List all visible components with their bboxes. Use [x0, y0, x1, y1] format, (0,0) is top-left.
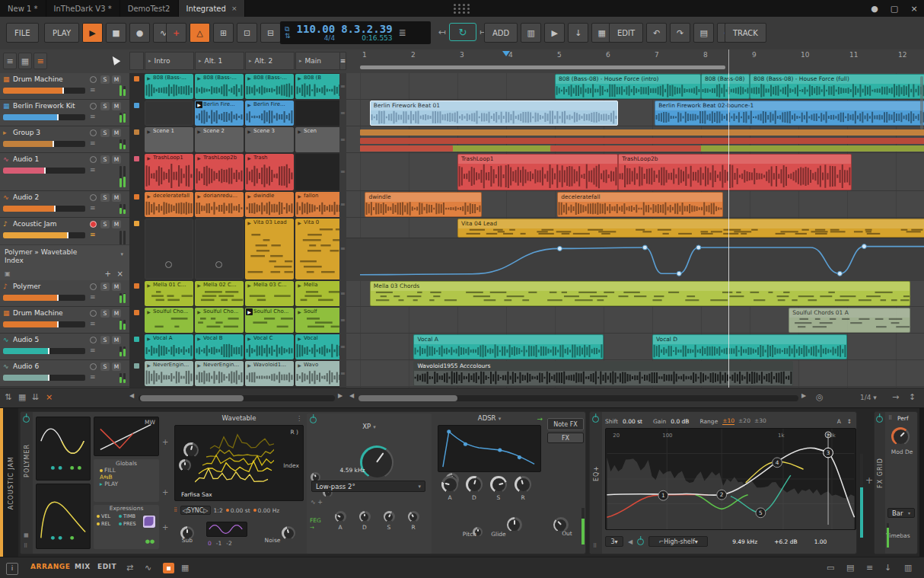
- wavetable-rt-icons[interactable]: R ): [290, 429, 298, 436]
- clip-stop-button[interactable]: [215, 261, 222, 268]
- solo-button[interactable]: S: [100, 193, 110, 202]
- arranger-track-lane-2[interactable]: [346, 126, 924, 153]
- launcher-clip[interactable]: ▶808 (Bass-...: [145, 74, 193, 99]
- arranger-track-lane-0[interactable]: 808 (Bass-08) - House Force (intro)808 (…: [346, 73, 924, 100]
- arranger-track-lane-4[interactable]: dwindledeceleratefall: [346, 191, 924, 218]
- track-grip-handle[interactable]: ≡: [340, 343, 346, 350]
- lanes-icon[interactable]: ≡: [90, 373, 96, 381]
- env-d-knob[interactable]: [359, 511, 371, 522]
- eq-band-type-select[interactable]: ⌐ High-shelf ▾: [648, 536, 708, 547]
- track-header-7[interactable]: ▦Drum MachineSM≡: [0, 307, 129, 334]
- arm-button[interactable]: [90, 283, 97, 290]
- solo-button[interactable]: S: [100, 102, 110, 110]
- arranger-track-lane-3[interactable]: TrashLoop1TrashLoop2b: [346, 153, 924, 191]
- volume-fader[interactable]: [3, 141, 85, 147]
- detune-hz-value[interactable]: 0.00 Hz: [253, 507, 280, 514]
- launcher-clip[interactable]: ▶Berlin Fire...: [195, 101, 244, 126]
- edit-view-button[interactable]: EDIT: [97, 563, 116, 570]
- project-tab-0[interactable]: New 1 *: [0, 0, 46, 17]
- clip-stop-track-button[interactable]: [134, 363, 139, 369]
- track-grip-handle[interactable]: ≡: [340, 201, 346, 208]
- fader-handle[interactable]: [62, 88, 64, 94]
- launcher-clip[interactable]: ▶NeverEngin...: [145, 361, 193, 386]
- clip-play-button[interactable]: ▶: [296, 362, 303, 369]
- clip-play-button[interactable]: ▶: [196, 193, 202, 200]
- arranger-clip[interactable]: Vita 04 Lead: [457, 219, 924, 238]
- launcher-clip[interactable]: ▶Scene 3: [245, 127, 294, 152]
- fader-handle[interactable]: [57, 295, 59, 301]
- expression-vel[interactable]: VEL: [97, 513, 119, 519]
- playhead[interactable]: [728, 73, 729, 388]
- zoom-fit-icon[interactable]: ◎: [816, 392, 824, 402]
- clip-play-button[interactable]: ▶: [196, 128, 202, 135]
- mute-button[interactable]: M: [112, 309, 121, 318]
- wavetable-display[interactable]: Farfisa Sax R ) Index: [174, 425, 304, 501]
- lanes-icon[interactable]: ≡: [33, 53, 47, 69]
- env-r-knob[interactable]: [515, 476, 531, 493]
- dice-randomize-button[interactable]: [143, 516, 155, 528]
- fader-handle[interactable]: [44, 168, 46, 174]
- octave-option[interactable]: 0: [208, 540, 212, 547]
- launcher-clip[interactable]: ▶Soulf: [295, 308, 344, 333]
- position-display[interactable]: 8.3.2.39 0:16.553: [341, 24, 392, 42]
- tempo-display[interactable]: 110.00 4/4: [297, 24, 336, 42]
- polymer-drag-handle-icon[interactable]: ⠿: [24, 543, 27, 549]
- mute-button[interactable]: M: [112, 129, 121, 137]
- arranger-clip[interactable]: Wavoloid1955 Acccolours: [413, 361, 793, 386]
- arrange-view-button[interactable]: ARRANGE: [30, 563, 70, 570]
- fx-grid-power-button[interactable]: [876, 416, 883, 423]
- launcher-clip[interactable]: ▶Scene 1: [145, 127, 193, 152]
- launcher-clip[interactable]: ▶Berlin Fire...: [245, 101, 294, 126]
- arranger-clip[interactable]: TrashLoop2b: [618, 154, 852, 190]
- stop-button[interactable]: ■: [106, 23, 126, 43]
- clip-play-button[interactable]: ▶: [246, 219, 253, 226]
- fader-handle[interactable]: [57, 114, 59, 120]
- launcher-scrollbar[interactable]: [139, 395, 335, 401]
- restore-window-button[interactable]: ▢: [884, 0, 904, 17]
- fader-handle[interactable]: [53, 141, 54, 147]
- clip-play-button[interactable]: ▶: [145, 128, 152, 135]
- record-button[interactable]: ●: [129, 23, 150, 43]
- launcher-clip[interactable]: ▶Mella 02 C...: [195, 281, 244, 306]
- punch-out-button[interactable]: ⊟: [260, 23, 281, 43]
- eq-power-button[interactable]: [592, 416, 599, 423]
- dual-row-icon[interactable]: ⇄: [126, 563, 133, 573]
- undo-button[interactable]: ↶: [646, 23, 667, 43]
- grid-size-select[interactable]: 1/4 ▾: [860, 394, 877, 401]
- play-start-marker[interactable]: [502, 51, 510, 56]
- arranger-clip[interactable]: Vocal A: [413, 334, 604, 359]
- envelope-display[interactable]: [438, 425, 541, 472]
- clip-play-button[interactable]: ▶: [246, 362, 253, 369]
- launcher-clip[interactable]: ▶Mella 03 C...: [245, 281, 294, 306]
- empty-clip-slot[interactable]: [145, 101, 193, 126]
- fader-handle[interactable]: [57, 321, 59, 327]
- clip-play-button[interactable]: ▶: [246, 75, 253, 81]
- clip-play-button[interactable]: ▶: [145, 335, 152, 342]
- device-track-tab[interactable]: ACOUSTIC JAM: [3, 408, 18, 557]
- launcher-clip[interactable]: ▶Trash: [245, 154, 294, 190]
- launcher-clip[interactable]: ▶Vocal: [295, 334, 344, 359]
- launcher-scrollbar-thumb[interactable]: [140, 395, 244, 401]
- arranger-track-lane-9[interactable]: Wavoloid1955 Acccolours: [346, 360, 924, 387]
- arm-button[interactable]: [90, 103, 97, 110]
- track-grip-handle[interactable]: ≡: [340, 317, 346, 324]
- add-audio-track-button[interactable]: ▶: [544, 23, 565, 43]
- close-window-button[interactable]: ×: [904, 0, 924, 17]
- arranger-clip[interactable]: Mella 03 Chords: [370, 281, 910, 306]
- launcher-clip[interactable]: ▶Vita 03 Lead: [245, 219, 294, 279]
- eq-band-gain[interactable]: +6.2 dB: [774, 538, 798, 545]
- track-header-3[interactable]: ∿Audio 1SM≡: [0, 153, 129, 191]
- add-effect-track-button[interactable]: ↓: [568, 23, 588, 43]
- clip-play-button[interactable]: ▶: [296, 128, 303, 135]
- ruler-range-bar[interactable]: [360, 65, 725, 69]
- solo-button[interactable]: S: [100, 220, 110, 228]
- track-header-6[interactable]: ♪PolymerSM≡: [0, 280, 129, 307]
- empty-clip-slot[interactable]: [195, 219, 244, 279]
- launcher-clip[interactable]: ▶Scen: [295, 127, 344, 152]
- arranger-track-lane-6[interactable]: Mella 03 Chords: [346, 280, 924, 307]
- launcher-clip[interactable]: ▶Vita 0: [295, 219, 344, 279]
- play-mode-button[interactable]: PLAY: [104, 481, 118, 487]
- arm-button[interactable]: [90, 337, 97, 343]
- project-tab-1[interactable]: InTheDark V3 *: [46, 0, 120, 17]
- track-grip-handle[interactable]: ≡: [340, 110, 346, 117]
